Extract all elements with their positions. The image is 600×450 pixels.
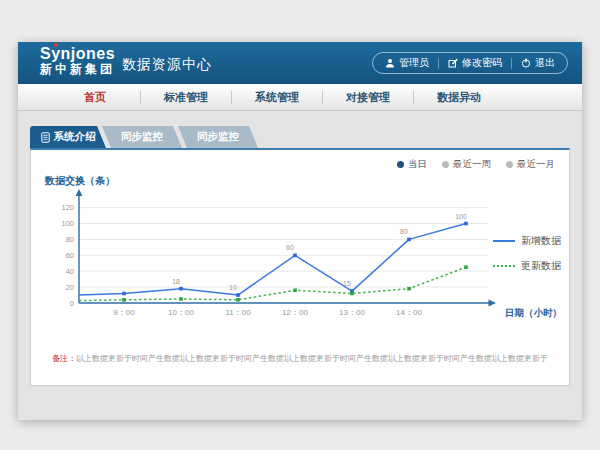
axes [76,189,496,307]
radio-dot-icon [442,161,449,168]
nav-divider [140,91,141,104]
nav-item-system-mgmt[interactable]: 系统管理 [238,90,316,105]
svg-text:60: 60 [66,251,74,260]
svg-text:0: 0 [70,299,74,308]
y-axis-title: 数据交换（条） [45,174,115,188]
tab-bar: 系统介绍 同步监控 同步监控 [30,126,582,148]
logout-button[interactable]: 退出 [521,56,555,70]
pill-divider [438,58,439,69]
tab-sync-monitor-2[interactable]: 同步监控 [178,126,258,148]
svg-text:14：00: 14：00 [396,308,422,317]
series-新增数据: 1810601580100 [79,213,468,297]
nav-item-interface-mgmt[interactable]: 对接管理 [329,90,407,105]
radio-last-month[interactable]: 最近一月 [506,158,555,171]
nav-divider [231,91,232,104]
svg-text:60: 60 [286,244,294,251]
user-icon [385,58,395,68]
tab-label: 系统介绍 [54,130,96,144]
svg-text:120: 120 [61,203,74,212]
axis-tick-labels: 0204060801001209：0010：0011：0012：0013：001… [61,203,422,317]
logo-subtext: 新中新集团 [40,63,115,76]
svg-text:15: 15 [343,280,351,287]
logout-label: 退出 [535,56,555,70]
user-toolbar: 管理员 修改密码 退出 [372,52,568,74]
nav-item-home[interactable]: 首页 [56,90,134,105]
radio-today[interactable]: 当日 [397,158,427,171]
app-window: Synjones 新中新集团 数据资源中心 管理员 修改密码 [18,42,582,420]
page-title: 数据资源中心 [122,56,212,74]
main-nav: 首页 标准管理 系统管理 对接管理 数据异动 [18,84,582,111]
series-更新数据 [79,265,468,301]
chart-panel: 当日 最近一周 最近一月 数据交换（条） 0204060801001209：00… [30,148,570,386]
footnote-prefix: 备注： [52,354,76,363]
solid-line-swatch-icon [493,240,515,242]
svg-text:80: 80 [400,228,408,235]
radio-dot-icon [506,161,513,168]
legend-label: 更新数据 [521,259,561,273]
tab-label: 同步监控 [121,130,163,144]
svg-text:10：00: 10：00 [168,308,194,317]
x-axis-title: 日期（小时） [505,307,562,320]
radio-today-label: 当日 [408,158,427,171]
nav-item-data-change[interactable]: 数据异动 [420,90,498,105]
change-password-button[interactable]: 修改密码 [448,56,502,70]
radio-last-week[interactable]: 最近一周 [442,158,491,171]
svg-text:18: 18 [172,278,180,285]
line-chart: 0204060801001209：0010：0011：0012：0013：001… [49,186,509,336]
company-logo: Synjones 新中新集团 [40,45,115,76]
change-password-label: 修改密码 [462,56,502,70]
tab-label: 同步监控 [197,130,239,144]
nav-item-standard-mgmt[interactable]: 标准管理 [147,90,225,105]
svg-text:11：00: 11：00 [225,308,251,317]
pill-divider [511,58,512,69]
svg-text:12：00: 12：00 [282,308,308,317]
svg-text:10: 10 [229,284,237,291]
svg-text:100: 100 [61,219,74,228]
svg-text:9：00: 9：00 [113,308,135,317]
footnote: 备注：以上数据更新于时间产生数据以上数据更新于时间产生数据以上数据更新于时间产生… [31,353,569,364]
legend-item-updated-data: 更新数据 [493,259,561,273]
logo-accent-dot [54,43,58,47]
dotted-line-swatch-icon [493,265,515,267]
svg-text:20: 20 [66,283,74,292]
svg-text:80: 80 [66,235,74,244]
chart-legend: 新增数据 更新数据 [493,234,561,273]
logo-text-main: Synjones [40,45,115,62]
app-header: Synjones 新中新集团 数据资源中心 管理员 修改密码 [18,42,582,84]
document-icon [41,132,50,143]
legend-label: 新增数据 [521,234,561,248]
radio-last-week-label: 最近一周 [453,158,491,171]
svg-text:13：00: 13：00 [339,308,365,317]
legend-item-new-data: 新增数据 [493,234,561,248]
admin-user-button[interactable]: 管理员 [385,56,429,70]
radio-last-month-label: 最近一月 [517,158,555,171]
content-area: 系统介绍 同步监控 同步监控 当日 最近一周 [18,111,582,420]
edit-icon [448,58,458,68]
logo-text: Synjones [40,45,115,63]
gridlines [79,208,489,288]
svg-text:100: 100 [455,213,467,220]
tab-system-intro[interactable]: 系统介绍 [30,126,106,148]
power-icon [521,58,531,68]
period-filter: 当日 最近一周 最近一月 [397,158,555,171]
admin-user-label: 管理员 [399,56,429,70]
nav-divider [413,91,414,104]
tab-sync-monitor-1[interactable]: 同步监控 [102,126,182,148]
footnote-text: 以上数据更新于时间产生数据以上数据更新于时间产生数据以上数据更新于时间产生数据以… [76,354,548,363]
radio-dot-icon [397,161,404,168]
svg-text:40: 40 [66,267,74,276]
nav-divider [322,91,323,104]
